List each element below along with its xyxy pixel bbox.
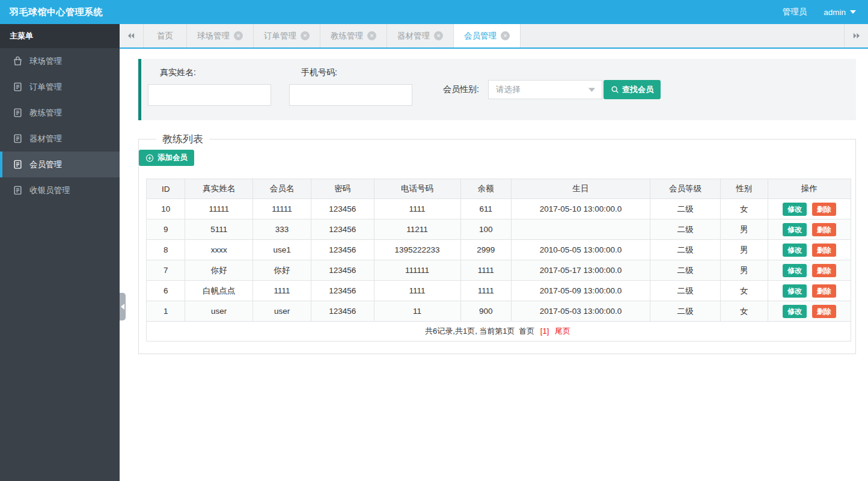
- sidebar-item-label: 教练管理: [29, 108, 62, 118]
- add-member-button[interactable]: 添加会员: [139, 150, 194, 166]
- cell-actions: 修改 删除: [768, 219, 851, 240]
- tab-home[interactable]: 首页: [144, 24, 187, 47]
- table-row: 7 你好 你好 123456 111111 1111 2017-05-17 13…: [147, 260, 851, 281]
- cell-password: 123456: [311, 281, 374, 301]
- cell-birthday: [512, 219, 650, 240]
- close-icon[interactable]: [501, 31, 510, 40]
- table-row: 9 5111 333 123456 11211 100 二级 男 修改: [147, 219, 851, 240]
- cell-level: 二级: [650, 260, 720, 281]
- cell-id: 9: [147, 219, 185, 240]
- tab-label: 会员管理: [464, 31, 497, 41]
- cell-phone: 11: [374, 301, 460, 322]
- cell-level: 二级: [650, 281, 720, 301]
- table-footer: 共6记录,共1页, 当前第1页 首页 [1] 尾页: [147, 322, 851, 342]
- search-member-button[interactable]: 查找会员: [604, 80, 661, 99]
- delete-button[interactable]: 删除: [812, 284, 836, 298]
- cell-member-name: user: [252, 301, 311, 322]
- cell-password: 123456: [311, 260, 374, 281]
- sidebar-item-equipment[interactable]: 器材管理: [0, 126, 120, 152]
- cell-phone: 1111: [374, 199, 460, 219]
- tab-scroll-left-button[interactable]: [120, 24, 144, 47]
- tab-scroll-right-button[interactable]: [844, 24, 868, 47]
- close-icon[interactable]: [367, 31, 376, 40]
- caret-down-icon: [850, 10, 856, 14]
- sidebar: 主菜单 球场管理 订单管理 教练管理 器材管理 会员管理: [0, 24, 120, 481]
- edit-button[interactable]: 修改: [783, 284, 807, 298]
- cell-actions: 修改 删除: [768, 281, 851, 301]
- app-title: 羽毛球馆中心管理系统: [10, 7, 103, 18]
- pagination-current-page[interactable]: [1]: [540, 326, 549, 335]
- delete-button[interactable]: 删除: [812, 244, 836, 257]
- sidebar-collapse-handle[interactable]: [120, 293, 126, 320]
- cell-balance: 900: [460, 301, 511, 322]
- cell-phone: 1395222233: [374, 240, 460, 260]
- close-icon[interactable]: [434, 31, 443, 40]
- user-area: 管理员 admin: [783, 7, 856, 17]
- table-row: 8 xxxx use1 123456 1395222233 2999 2010-…: [147, 240, 851, 260]
- admin-dropdown[interactable]: admin: [824, 8, 856, 17]
- sidebar-item-members[interactable]: 会员管理: [0, 152, 120, 177]
- cell-balance: 1111: [460, 281, 511, 301]
- edit-button[interactable]: 修改: [783, 223, 807, 236]
- tab-bar-spacer: [521, 24, 844, 47]
- cell-balance: 611: [460, 199, 511, 219]
- tab-label: 器材管理: [397, 31, 430, 41]
- cell-id: 8: [147, 240, 185, 260]
- cell-member-name: 333: [252, 219, 311, 240]
- pagination-first-link[interactable]: 首页: [519, 326, 534, 335]
- top-bar: 羽毛球馆中心管理系统 管理员 admin: [0, 0, 868, 24]
- cell-gender: 女: [721, 281, 768, 301]
- cell-real-name: 11111: [185, 199, 253, 219]
- tab-label: 首页: [157, 31, 173, 41]
- column-header-real-name: 真实姓名: [185, 179, 253, 199]
- edit-button[interactable]: 修改: [783, 264, 807, 277]
- tab-members[interactable]: 会员管理: [454, 24, 521, 47]
- sidebar-item-label: 订单管理: [29, 82, 62, 93]
- add-button-label: 添加会员: [157, 153, 188, 163]
- chevron-double-left-icon: [127, 32, 136, 39]
- cell-password: 123456: [311, 219, 374, 240]
- real-name-input[interactable]: [148, 84, 271, 106]
- sidebar-item-coaches[interactable]: 教练管理: [0, 100, 120, 126]
- cell-birthday: 2017-05-03 13:00:00.0: [512, 301, 650, 322]
- role-label: 管理员: [783, 7, 807, 17]
- delete-button[interactable]: 删除: [812, 305, 836, 318]
- close-icon[interactable]: [301, 31, 310, 40]
- phone-input[interactable]: [289, 84, 412, 106]
- close-icon[interactable]: [234, 31, 243, 40]
- tab-equipment[interactable]: 器材管理: [387, 24, 454, 47]
- sidebar-header: 主菜单: [0, 24, 120, 48]
- column-header-balance: 余额: [460, 179, 511, 199]
- cell-level: 二级: [650, 240, 720, 260]
- sidebar-item-courts[interactable]: 球场管理: [0, 48, 120, 74]
- table-row: 1 user user 123456 11 900 2017-05-03 13:…: [147, 301, 851, 322]
- edit-button[interactable]: 修改: [783, 244, 807, 257]
- tab-courts[interactable]: 球场管理: [187, 24, 254, 47]
- cell-member-name: 1111: [252, 281, 311, 301]
- table-body: 10 11111 11111 123456 1111 611 2017-05-1…: [147, 199, 851, 322]
- cell-member-name: use1: [252, 240, 311, 260]
- document-icon: [13, 82, 23, 92]
- pagination-last-link[interactable]: 尾页: [555, 326, 570, 335]
- cell-phone: 11211: [374, 219, 460, 240]
- edit-button[interactable]: 修改: [783, 203, 807, 216]
- cell-birthday: 2017-05-17 13:00:00.0: [512, 260, 650, 281]
- delete-button[interactable]: 删除: [812, 223, 836, 236]
- cell-password: 123456: [311, 199, 374, 219]
- edit-button[interactable]: 修改: [783, 305, 807, 318]
- content-area: 真实姓名: 手机号码: 会员性别: 请选择 查找会员: [120, 49, 868, 354]
- delete-button[interactable]: 删除: [812, 264, 836, 277]
- username: admin: [824, 8, 846, 17]
- cell-balance: 1111: [460, 260, 511, 281]
- sidebar-item-label: 球场管理: [29, 56, 62, 67]
- gender-select-value: 请选择: [496, 84, 521, 95]
- sidebar-item-orders[interactable]: 订单管理: [0, 74, 120, 100]
- tab-coaches[interactable]: 教练管理: [320, 24, 387, 47]
- real-name-field-group: 真实姓名:: [148, 67, 271, 120]
- delete-button[interactable]: 删除: [812, 203, 836, 216]
- gender-select[interactable]: 请选择: [488, 80, 602, 99]
- tab-orders[interactable]: 订单管理: [254, 24, 320, 47]
- sidebar-item-cashiers[interactable]: 收银员管理: [0, 177, 120, 203]
- cell-real-name: 白帆点点: [185, 281, 253, 301]
- main-layout: 主菜单 球场管理 订单管理 教练管理 器材管理 会员管理: [0, 24, 868, 481]
